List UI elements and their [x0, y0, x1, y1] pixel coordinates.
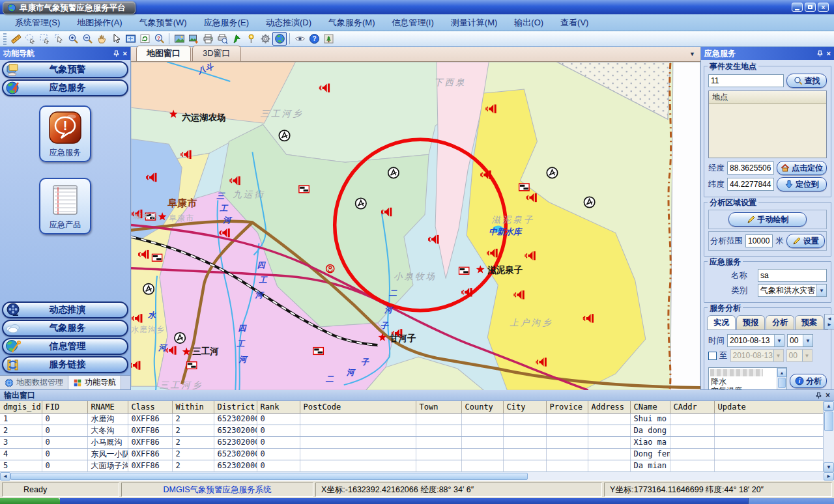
zoom-in-icon[interactable] — [66, 32, 80, 46]
sidebar-item-link[interactable]: 服务链接 — [2, 356, 128, 373]
scroll-right-icon[interactable]: ► — [824, 472, 834, 481]
date-select[interactable]: 2010-08-13▼ — [727, 334, 784, 347]
panel-tab-grid[interactable]: 功能导航 — [68, 376, 121, 389]
table-row-1[interactable]: 20大冬沟0XFF8626523020000Da dong gou — [0, 425, 823, 436]
manual-draw-button[interactable]: 手动绘制 — [728, 212, 807, 227]
select-pointer-icon[interactable] — [51, 32, 66, 46]
analysis-tab-3[interactable]: 预案 — [795, 315, 824, 329]
visibility-icon[interactable] — [293, 32, 307, 46]
globe-icon[interactable] — [272, 32, 287, 46]
chevron-down-icon[interactable]: ▼ — [803, 335, 812, 346]
chevron-down-icon[interactable]: ▼ — [774, 335, 784, 346]
shortcut-notepad-button[interactable]: 应急产品 — [39, 178, 91, 234]
latitude-input[interactable] — [727, 178, 774, 191]
export-view-icon[interactable] — [321, 32, 336, 46]
element-listbox[interactable]: 降水空气温度 ▲ — [708, 367, 787, 389]
close-panel-icon[interactable]: × — [826, 391, 830, 400]
scroll-down-icon[interactable]: ▼ — [824, 462, 834, 471]
sidebar-item-film[interactable]: 动态推演 — [2, 301, 128, 318]
analysis-tab-2[interactable]: 分析 — [766, 315, 794, 329]
close-panel-icon[interactable]: × — [827, 49, 831, 57]
scroll-up-icon[interactable]: ▲ — [824, 401, 834, 411]
settings-icon[interactable] — [258, 32, 272, 46]
hour2-select[interactable]: 00▼ — [786, 349, 812, 362]
column-header-CAddr[interactable]: CAddr — [670, 401, 714, 413]
set-range-button[interactable]: 设置 — [786, 234, 826, 248]
print-preview-icon[interactable] — [215, 32, 229, 46]
measure-icon[interactable] — [8, 32, 23, 46]
listbox-selected-row[interactable] — [710, 369, 763, 376]
map-tab-0[interactable]: 地图窗口 — [136, 46, 191, 61]
column-header-FID[interactable]: FID — [42, 401, 87, 413]
sidebar-item-cloud[interactable]: 气象服务 — [2, 320, 128, 337]
column-header-Address[interactable]: Address — [588, 401, 630, 413]
search-button[interactable]: 查找 — [786, 74, 827, 88]
event-location-input[interactable] — [708, 74, 784, 87]
column-header-City[interactable]: City — [503, 401, 546, 413]
column-header-Town[interactable]: Town — [416, 401, 461, 413]
column-header-Update[interactable]: Update — [714, 401, 823, 413]
menu-item-8[interactable]: 输出(O) — [506, 15, 552, 31]
menu-item-9[interactable]: 查看(V) — [552, 15, 597, 31]
scrollbar-thumb[interactable] — [10, 473, 528, 480]
table-row-3[interactable]: 40东风一小队0XFF8626523020000Dong fen... — [0, 448, 823, 460]
table-row-0[interactable]: 10水磨沟0XFF8626523020000Shui mo gou — [0, 413, 823, 425]
sidebar-item-globe-tools[interactable]: 信息管理 — [2, 338, 128, 355]
scrollbar-thumb[interactable] — [778, 378, 786, 388]
column-header-Within[interactable]: Within — [172, 401, 214, 413]
to-checkbox[interactable] — [708, 352, 717, 360]
location-list-body[interactable] — [709, 104, 826, 158]
maximize-button[interactable] — [805, 3, 816, 12]
column-header-Provice[interactable]: Provice — [546, 401, 588, 413]
toolbar-grip[interactable] — [3, 33, 7, 45]
pan-icon[interactable] — [94, 32, 109, 46]
print-icon[interactable] — [201, 32, 215, 46]
analyze-button[interactable]: i 分析 — [790, 374, 827, 388]
map-tab-dropdown-icon[interactable]: ▼ — [689, 51, 695, 57]
shortcut-alert-button[interactable]: !应急服务 — [39, 105, 91, 162]
export-map-icon[interactable] — [186, 32, 201, 46]
menu-item-6[interactable]: 信息管理(I) — [384, 15, 442, 31]
pin-icon[interactable] — [817, 50, 823, 57]
full-extent-icon[interactable] — [123, 32, 137, 46]
menu-item-3[interactable]: 应急服务(E) — [195, 15, 257, 31]
column-header-District[interactable]: District — [214, 401, 257, 413]
scroll-up-icon[interactable]: ▲ — [777, 368, 786, 377]
close-panel-icon[interactable]: × — [123, 49, 127, 57]
scrollbar-thumb[interactable] — [824, 412, 833, 431]
identify-icon[interactable]: ? — [152, 32, 166, 46]
service-type-select[interactable]: 气象和洪水灾害 ▼ — [758, 284, 827, 297]
list-item[interactable]: 空气温度 — [709, 386, 786, 389]
pointer-icon[interactable] — [109, 32, 123, 46]
column-header-Rank[interactable]: Rank — [257, 401, 300, 413]
date2-select[interactable]: 2010-08-13▼ — [730, 349, 784, 362]
location-list-header[interactable]: 地点 — [709, 91, 826, 104]
help-icon[interactable]: ? — [307, 32, 321, 46]
map-image-icon[interactable] — [172, 32, 186, 46]
analysis-tab-0[interactable]: 实况 — [707, 315, 736, 329]
column-header-PostCode[interactable]: PostCode — [300, 401, 416, 413]
locate-click-button[interactable]: 点击定位 — [777, 161, 827, 175]
table-row-2[interactable]: 30小马厩沟0XFF8626523020000Xiao ma ... — [0, 436, 823, 448]
menu-item-5[interactable]: 气象服务(M) — [320, 15, 384, 31]
goto-arrow-icon[interactable] — [229, 32, 244, 46]
goto-location-button[interactable]: 定位到 — [777, 177, 827, 191]
column-header-County[interactable]: County — [461, 401, 503, 413]
longitude-input[interactable] — [727, 161, 774, 175]
menu-item-2[interactable]: 气象预警(W) — [131, 15, 195, 31]
column-header-dmgis_id[interactable]: dmgis_id — [0, 401, 42, 413]
tab-scroll-icons[interactable]: ◄ ► — [824, 314, 834, 329]
range-input[interactable] — [745, 234, 773, 247]
refresh-icon[interactable] — [137, 32, 152, 46]
select-rect-icon[interactable] — [37, 32, 51, 46]
chevron-down-icon[interactable]: ▼ — [816, 285, 826, 296]
map-canvas[interactable]: 八斗六运湖农场三工河乡下西泉阜康市城关镇阜康市九运街三工河滋泥泉子中新水库滋泥泉… — [131, 62, 700, 390]
menu-item-0[interactable]: 系统管理(S) — [7, 15, 68, 31]
column-header-Class[interactable]: Class — [128, 401, 172, 413]
column-header-RNAME[interactable]: RNAME — [87, 401, 128, 413]
minimize-button[interactable] — [792, 3, 803, 12]
scroll-left-icon[interactable]: ◄ — [0, 472, 10, 481]
pin-icon[interactable] — [113, 50, 119, 57]
column-header-CName[interactable]: CName — [630, 401, 670, 413]
sidebar-item-emergency-globe[interactable]: 应急服务 — [2, 79, 128, 96]
